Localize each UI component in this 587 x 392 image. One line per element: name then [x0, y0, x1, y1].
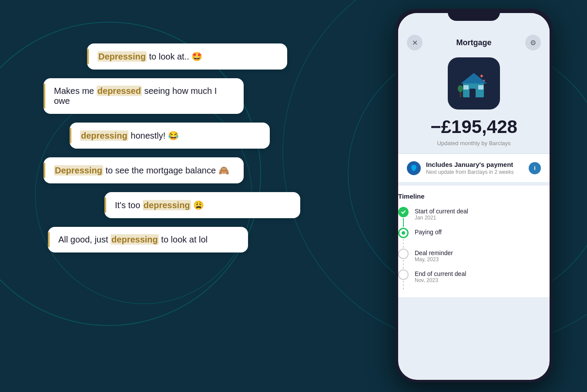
payment-subtitle: Next update from Barclays in 2 weeks [426, 169, 523, 175]
bubble-bar [87, 49, 89, 64]
chat-bubble-1: Depressing to look at.. 🤩 [87, 43, 287, 70]
bubble-text-1: Depressing to look at.. 🤩 [97, 51, 202, 62]
highlight-2: depressed [97, 86, 142, 96]
timeline-list: Start of current deal Jan 2021 [398, 207, 550, 290]
mortgage-icon-box: ✦ ✦ [448, 57, 500, 110]
barclays-icon [407, 161, 421, 175]
timeline-dot-2 [398, 228, 409, 238]
bubble-bar-6 [48, 232, 50, 247]
timeline-item-3: Deal reminder May, 2023 [398, 249, 550, 269]
timeline-line-2 [403, 239, 404, 248]
timeline-item-date-1: Jan 2021 [415, 215, 468, 221]
app-title: Mortgage [456, 38, 492, 47]
highlight-5: depressing [143, 200, 191, 210]
svg-rect-3 [463, 85, 469, 90]
timeline-item-title-3: Deal reminder [415, 249, 453, 256]
mortgage-subtitle: Updated monthly by Barclays [407, 140, 541, 146]
chat-bubble-5: It's too depressing 😩 [104, 192, 300, 218]
dot-inner-2 [402, 231, 405, 235]
timeline-text-1: Start of current deal Jan 2021 [415, 207, 468, 228]
timeline-item-date-4: Nov, 2023 [415, 277, 466, 283]
chat-bubble-3: depressing honestly! 😂 [70, 123, 270, 149]
bubble-text-4: Depressing to see the mortgage balance 🙈 [54, 165, 229, 176]
timeline-item-4: End of current deal Nov, 2023 [398, 269, 550, 290]
settings-button[interactable]: ⚙ [525, 35, 541, 50]
timeline-line-1 [403, 218, 404, 227]
highlight-1: Depressing [97, 51, 147, 62]
bubble-bar-4 [44, 163, 45, 178]
svg-text:✦: ✦ [483, 79, 486, 83]
highlight-3: depressing [80, 130, 128, 141]
svg-point-8 [458, 85, 463, 92]
bubble-bar-5 [104, 197, 106, 213]
payment-title: Includes January's payment [426, 161, 523, 168]
bubble-bar-3 [70, 128, 71, 143]
checkmark-icon [401, 209, 406, 215]
timeline-dot-col-2 [398, 228, 409, 249]
timeline-dot-col-4 [398, 269, 409, 290]
chat-bubble-6: All good, just depressing to look at lol [48, 227, 248, 252]
gear-icon: ⚙ [530, 39, 536, 47]
timeline-line-4 [403, 281, 404, 289]
mortgage-amount: −£195,428 [407, 116, 541, 137]
timeline-dot-4 [398, 269, 409, 280]
mortgage-content: ✦ ✦ −£195,428 Updated monthly by Barclay… [398, 57, 550, 182]
highlight-4: Depressing [54, 165, 103, 176]
timeline-dot-1 [398, 207, 409, 217]
timeline-section: Timeline Start o [398, 186, 550, 297]
mortgage-icon-container: ✦ ✦ [407, 57, 541, 110]
info-button[interactable]: i [529, 162, 541, 174]
barclays-logo [409, 164, 418, 173]
timeline-line-3 [403, 260, 404, 269]
timeline-dot-col-3 [398, 249, 409, 269]
svg-rect-7 [460, 91, 461, 97]
payment-info: Includes January's payment Next update f… [426, 161, 523, 175]
timeline-item-title-1: Start of current deal [415, 208, 468, 215]
timeline-item-date-3: May, 2023 [415, 256, 453, 262]
phone-screen: ✕ Mortgage ⚙ [398, 13, 550, 380]
close-button[interactable]: ✕ [407, 35, 423, 50]
timeline-item-title-4: End of current deal [415, 270, 466, 277]
bubble-text-5: It's too depressing 😩 [115, 200, 204, 210]
timeline-text-2: Paying off [415, 228, 442, 249]
timeline-dot-col-1 [398, 207, 409, 228]
timeline-item-title-2: Paying off [415, 229, 442, 236]
bubble-text-2: Makes me depressed seeing how much I owe [54, 86, 233, 106]
timeline-dot-3 [398, 249, 409, 259]
timeline-item-1: Start of current deal Jan 2021 [398, 207, 550, 228]
payment-row: Includes January's payment Next update f… [398, 154, 550, 182]
timeline-text-4: End of current deal Nov, 2023 [415, 269, 466, 290]
phone-notch [448, 9, 500, 21]
chat-bubble-4: Depressing to see the mortgage balance 🙈 [44, 157, 244, 183]
bubble-text-6: All good, just depressing to look at lol [58, 235, 208, 245]
timeline-label: Timeline [398, 193, 550, 200]
timeline-item-2: Paying off [398, 228, 550, 249]
timeline-text-3: Deal reminder May, 2023 [415, 249, 453, 269]
house-illustration: ✦ ✦ [456, 66, 491, 101]
phone-frame: ✕ Mortgage ⚙ [396, 9, 552, 382]
bubble-text-3: depressing honestly! 😂 [80, 130, 179, 141]
svg-rect-4 [478, 85, 483, 90]
bubble-bar-2 [44, 83, 45, 109]
highlight-6: depressing [111, 234, 159, 245]
svg-rect-2 [470, 89, 476, 97]
phone-mockup: ✕ Mortgage ⚙ [396, 9, 552, 382]
chat-messages-area: Depressing to look at.. 🤩 Makes me depre… [0, 35, 318, 261]
chat-bubble-2: Makes me depressed seeing how much I owe [44, 78, 244, 114]
close-icon: ✕ [412, 39, 418, 47]
